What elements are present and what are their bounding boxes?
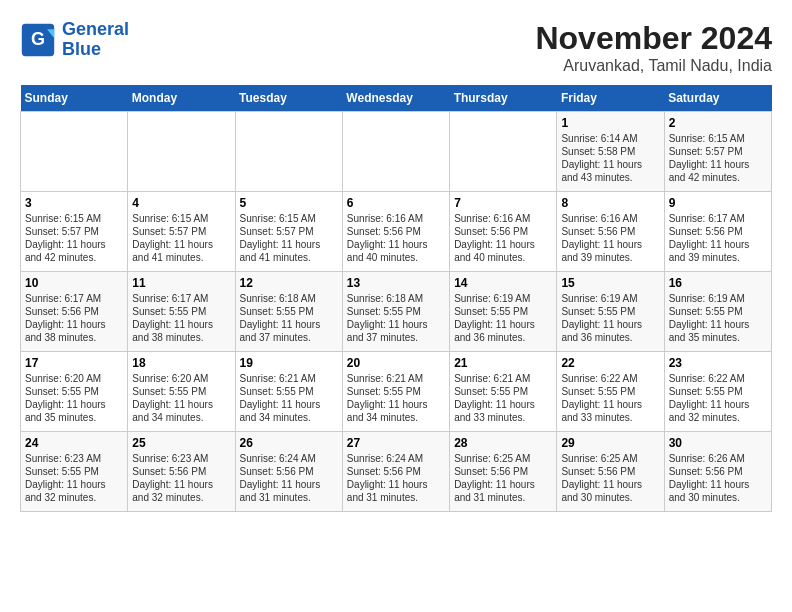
svg-text:G: G	[31, 29, 45, 49]
calendar-week-row: 3Sunrise: 6:15 AM Sunset: 5:57 PM Daylig…	[21, 192, 772, 272]
day-info: Sunrise: 6:21 AM Sunset: 5:55 PM Dayligh…	[454, 372, 552, 424]
calendar-week-row: 17Sunrise: 6:20 AM Sunset: 5:55 PM Dayli…	[21, 352, 772, 432]
calendar-cell: 2Sunrise: 6:15 AM Sunset: 5:57 PM Daylig…	[664, 112, 771, 192]
calendar-cell: 4Sunrise: 6:15 AM Sunset: 5:57 PM Daylig…	[128, 192, 235, 272]
day-info: Sunrise: 6:23 AM Sunset: 5:56 PM Dayligh…	[132, 452, 230, 504]
calendar-cell: 11Sunrise: 6:17 AM Sunset: 5:55 PM Dayli…	[128, 272, 235, 352]
day-info: Sunrise: 6:17 AM Sunset: 5:56 PM Dayligh…	[669, 212, 767, 264]
calendar-cell: 13Sunrise: 6:18 AM Sunset: 5:55 PM Dayli…	[342, 272, 449, 352]
day-number: 12	[240, 276, 338, 290]
calendar-cell: 23Sunrise: 6:22 AM Sunset: 5:55 PM Dayli…	[664, 352, 771, 432]
calendar-cell: 9Sunrise: 6:17 AM Sunset: 5:56 PM Daylig…	[664, 192, 771, 272]
day-info: Sunrise: 6:25 AM Sunset: 5:56 PM Dayligh…	[454, 452, 552, 504]
day-number: 10	[25, 276, 123, 290]
day-info: Sunrise: 6:22 AM Sunset: 5:55 PM Dayligh…	[561, 372, 659, 424]
day-info: Sunrise: 6:24 AM Sunset: 5:56 PM Dayligh…	[347, 452, 445, 504]
day-number: 27	[347, 436, 445, 450]
day-info: Sunrise: 6:24 AM Sunset: 5:56 PM Dayligh…	[240, 452, 338, 504]
calendar-cell: 27Sunrise: 6:24 AM Sunset: 5:56 PM Dayli…	[342, 432, 449, 512]
calendar-cell: 6Sunrise: 6:16 AM Sunset: 5:56 PM Daylig…	[342, 192, 449, 272]
day-info: Sunrise: 6:19 AM Sunset: 5:55 PM Dayligh…	[561, 292, 659, 344]
day-number: 29	[561, 436, 659, 450]
calendar-cell: 15Sunrise: 6:19 AM Sunset: 5:55 PM Dayli…	[557, 272, 664, 352]
day-number: 18	[132, 356, 230, 370]
day-info: Sunrise: 6:21 AM Sunset: 5:55 PM Dayligh…	[347, 372, 445, 424]
page-title: November 2024	[535, 20, 772, 57]
calendar-cell: 18Sunrise: 6:20 AM Sunset: 5:55 PM Dayli…	[128, 352, 235, 432]
calendar-cell: 25Sunrise: 6:23 AM Sunset: 5:56 PM Dayli…	[128, 432, 235, 512]
day-info: Sunrise: 6:15 AM Sunset: 5:57 PM Dayligh…	[669, 132, 767, 184]
weekday-header: Thursday	[450, 85, 557, 112]
day-info: Sunrise: 6:18 AM Sunset: 5:55 PM Dayligh…	[240, 292, 338, 344]
day-number: 16	[669, 276, 767, 290]
day-info: Sunrise: 6:18 AM Sunset: 5:55 PM Dayligh…	[347, 292, 445, 344]
calendar-cell	[342, 112, 449, 192]
day-info: Sunrise: 6:15 AM Sunset: 5:57 PM Dayligh…	[132, 212, 230, 264]
weekday-header-row: SundayMondayTuesdayWednesdayThursdayFrid…	[21, 85, 772, 112]
calendar-cell: 21Sunrise: 6:21 AM Sunset: 5:55 PM Dayli…	[450, 352, 557, 432]
page-subtitle: Aruvankad, Tamil Nadu, India	[535, 57, 772, 75]
calendar-cell: 5Sunrise: 6:15 AM Sunset: 5:57 PM Daylig…	[235, 192, 342, 272]
weekday-header: Sunday	[21, 85, 128, 112]
day-number: 24	[25, 436, 123, 450]
day-number: 7	[454, 196, 552, 210]
calendar-cell	[450, 112, 557, 192]
day-number: 11	[132, 276, 230, 290]
day-info: Sunrise: 6:15 AM Sunset: 5:57 PM Dayligh…	[240, 212, 338, 264]
day-info: Sunrise: 6:22 AM Sunset: 5:55 PM Dayligh…	[669, 372, 767, 424]
weekday-header: Tuesday	[235, 85, 342, 112]
day-info: Sunrise: 6:26 AM Sunset: 5:56 PM Dayligh…	[669, 452, 767, 504]
calendar-cell: 30Sunrise: 6:26 AM Sunset: 5:56 PM Dayli…	[664, 432, 771, 512]
day-number: 30	[669, 436, 767, 450]
calendar-week-row: 1Sunrise: 6:14 AM Sunset: 5:58 PM Daylig…	[21, 112, 772, 192]
calendar-cell	[21, 112, 128, 192]
day-number: 15	[561, 276, 659, 290]
day-number: 4	[132, 196, 230, 210]
calendar-cell	[128, 112, 235, 192]
day-info: Sunrise: 6:17 AM Sunset: 5:56 PM Dayligh…	[25, 292, 123, 344]
day-number: 14	[454, 276, 552, 290]
calendar-week-row: 10Sunrise: 6:17 AM Sunset: 5:56 PM Dayli…	[21, 272, 772, 352]
day-info: Sunrise: 6:16 AM Sunset: 5:56 PM Dayligh…	[347, 212, 445, 264]
calendar-cell: 10Sunrise: 6:17 AM Sunset: 5:56 PM Dayli…	[21, 272, 128, 352]
day-number: 1	[561, 116, 659, 130]
calendar-cell: 3Sunrise: 6:15 AM Sunset: 5:57 PM Daylig…	[21, 192, 128, 272]
day-info: Sunrise: 6:15 AM Sunset: 5:57 PM Dayligh…	[25, 212, 123, 264]
day-info: Sunrise: 6:16 AM Sunset: 5:56 PM Dayligh…	[454, 212, 552, 264]
calendar-cell: 20Sunrise: 6:21 AM Sunset: 5:55 PM Dayli…	[342, 352, 449, 432]
day-info: Sunrise: 6:14 AM Sunset: 5:58 PM Dayligh…	[561, 132, 659, 184]
calendar-cell: 1Sunrise: 6:14 AM Sunset: 5:58 PM Daylig…	[557, 112, 664, 192]
weekday-header: Saturday	[664, 85, 771, 112]
day-number: 23	[669, 356, 767, 370]
day-info: Sunrise: 6:16 AM Sunset: 5:56 PM Dayligh…	[561, 212, 659, 264]
day-number: 28	[454, 436, 552, 450]
calendar-cell: 24Sunrise: 6:23 AM Sunset: 5:55 PM Dayli…	[21, 432, 128, 512]
calendar-cell: 28Sunrise: 6:25 AM Sunset: 5:56 PM Dayli…	[450, 432, 557, 512]
calendar-cell: 14Sunrise: 6:19 AM Sunset: 5:55 PM Dayli…	[450, 272, 557, 352]
day-info: Sunrise: 6:17 AM Sunset: 5:55 PM Dayligh…	[132, 292, 230, 344]
title-block: November 2024 Aruvankad, Tamil Nadu, Ind…	[535, 20, 772, 75]
day-number: 13	[347, 276, 445, 290]
calendar-cell: 16Sunrise: 6:19 AM Sunset: 5:55 PM Dayli…	[664, 272, 771, 352]
logo-text: General Blue	[62, 20, 129, 60]
day-number: 19	[240, 356, 338, 370]
weekday-header: Wednesday	[342, 85, 449, 112]
weekday-header: Friday	[557, 85, 664, 112]
calendar-cell	[235, 112, 342, 192]
calendar-cell: 12Sunrise: 6:18 AM Sunset: 5:55 PM Dayli…	[235, 272, 342, 352]
calendar-cell: 7Sunrise: 6:16 AM Sunset: 5:56 PM Daylig…	[450, 192, 557, 272]
day-number: 8	[561, 196, 659, 210]
day-number: 17	[25, 356, 123, 370]
page-header: G General Blue November 2024 Aruvankad, …	[20, 20, 772, 75]
day-number: 26	[240, 436, 338, 450]
day-number: 3	[25, 196, 123, 210]
calendar-week-row: 24Sunrise: 6:23 AM Sunset: 5:55 PM Dayli…	[21, 432, 772, 512]
day-number: 22	[561, 356, 659, 370]
logo: G General Blue	[20, 20, 129, 60]
day-info: Sunrise: 6:20 AM Sunset: 5:55 PM Dayligh…	[132, 372, 230, 424]
day-number: 5	[240, 196, 338, 210]
day-info: Sunrise: 6:25 AM Sunset: 5:56 PM Dayligh…	[561, 452, 659, 504]
day-number: 9	[669, 196, 767, 210]
day-info: Sunrise: 6:21 AM Sunset: 5:55 PM Dayligh…	[240, 372, 338, 424]
calendar-cell: 29Sunrise: 6:25 AM Sunset: 5:56 PM Dayli…	[557, 432, 664, 512]
